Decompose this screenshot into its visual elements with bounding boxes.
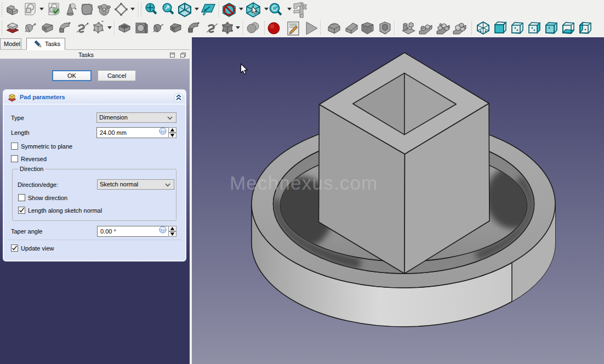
svg-text:f(x): f(x) <box>161 130 166 133</box>
svg-text:f(x): f(x) <box>161 229 166 232</box>
